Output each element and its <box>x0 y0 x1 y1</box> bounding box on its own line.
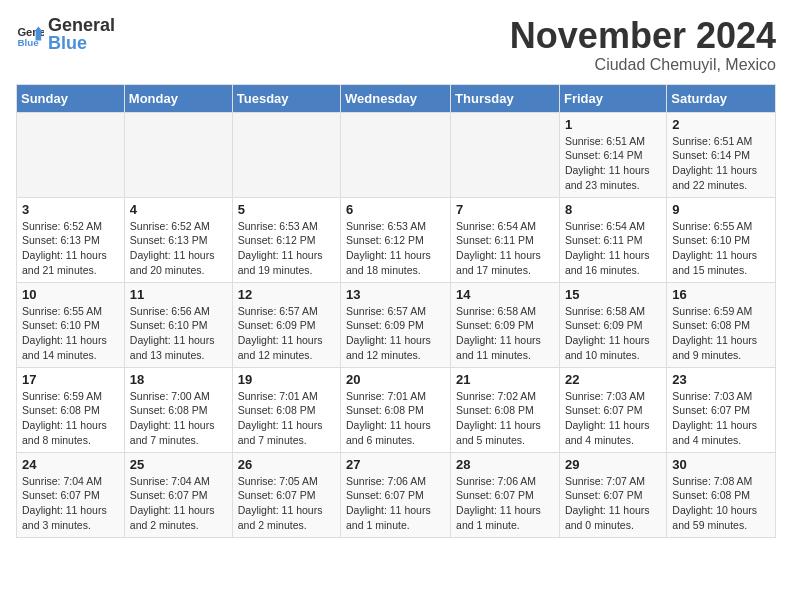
calendar-cell: 17Sunrise: 6:59 AM Sunset: 6:08 PM Dayli… <box>17 367 125 452</box>
calendar-cell: 2Sunrise: 6:51 AM Sunset: 6:14 PM Daylig… <box>667 112 776 197</box>
calendar-table: SundayMondayTuesdayWednesdayThursdayFrid… <box>16 84 776 538</box>
calendar-cell: 25Sunrise: 7:04 AM Sunset: 6:07 PM Dayli… <box>124 452 232 537</box>
day-detail: Sunrise: 6:52 AM Sunset: 6:13 PM Dayligh… <box>22 219 119 278</box>
calendar-cell: 6Sunrise: 6:53 AM Sunset: 6:12 PM Daylig… <box>341 197 451 282</box>
day-number: 22 <box>565 372 661 387</box>
calendar-cell: 13Sunrise: 6:57 AM Sunset: 6:09 PM Dayli… <box>341 282 451 367</box>
weekday-header-sunday: Sunday <box>17 84 125 112</box>
day-detail: Sunrise: 6:58 AM Sunset: 6:09 PM Dayligh… <box>456 304 554 363</box>
calendar-cell: 18Sunrise: 7:00 AM Sunset: 6:08 PM Dayli… <box>124 367 232 452</box>
title-area: November 2024 Ciudad Chemuyil, Mexico <box>510 16 776 74</box>
logo-text-blue: Blue <box>48 33 87 53</box>
day-number: 7 <box>456 202 554 217</box>
calendar-cell: 5Sunrise: 6:53 AM Sunset: 6:12 PM Daylig… <box>232 197 340 282</box>
month-title: November 2024 <box>510 16 776 56</box>
logo: General Blue General Blue <box>16 16 115 53</box>
calendar-cell: 28Sunrise: 7:06 AM Sunset: 6:07 PM Dayli… <box>451 452 560 537</box>
day-number: 18 <box>130 372 227 387</box>
day-detail: Sunrise: 7:08 AM Sunset: 6:08 PM Dayligh… <box>672 474 770 533</box>
day-number: 24 <box>22 457 119 472</box>
calendar-cell: 20Sunrise: 7:01 AM Sunset: 6:08 PM Dayli… <box>341 367 451 452</box>
calendar-cell <box>17 112 125 197</box>
day-detail: Sunrise: 6:57 AM Sunset: 6:09 PM Dayligh… <box>346 304 445 363</box>
day-number: 9 <box>672 202 770 217</box>
day-number: 20 <box>346 372 445 387</box>
day-detail: Sunrise: 7:04 AM Sunset: 6:07 PM Dayligh… <box>130 474 227 533</box>
day-number: 12 <box>238 287 335 302</box>
calendar-cell <box>341 112 451 197</box>
day-number: 10 <box>22 287 119 302</box>
day-detail: Sunrise: 6:55 AM Sunset: 6:10 PM Dayligh… <box>22 304 119 363</box>
calendar-cell: 10Sunrise: 6:55 AM Sunset: 6:10 PM Dayli… <box>17 282 125 367</box>
day-detail: Sunrise: 7:07 AM Sunset: 6:07 PM Dayligh… <box>565 474 661 533</box>
weekday-header-tuesday: Tuesday <box>232 84 340 112</box>
day-number: 21 <box>456 372 554 387</box>
day-number: 2 <box>672 117 770 132</box>
calendar-week-row: 10Sunrise: 6:55 AM Sunset: 6:10 PM Dayli… <box>17 282 776 367</box>
calendar-cell: 24Sunrise: 7:04 AM Sunset: 6:07 PM Dayli… <box>17 452 125 537</box>
day-detail: Sunrise: 6:59 AM Sunset: 6:08 PM Dayligh… <box>22 389 119 448</box>
logo-text-general: General <box>48 16 115 34</box>
day-detail: Sunrise: 6:56 AM Sunset: 6:10 PM Dayligh… <box>130 304 227 363</box>
day-number: 4 <box>130 202 227 217</box>
day-number: 23 <box>672 372 770 387</box>
calendar-cell: 9Sunrise: 6:55 AM Sunset: 6:10 PM Daylig… <box>667 197 776 282</box>
calendar-cell: 11Sunrise: 6:56 AM Sunset: 6:10 PM Dayli… <box>124 282 232 367</box>
weekday-header-thursday: Thursday <box>451 84 560 112</box>
calendar-cell: 29Sunrise: 7:07 AM Sunset: 6:07 PM Dayli… <box>559 452 666 537</box>
day-detail: Sunrise: 6:51 AM Sunset: 6:14 PM Dayligh… <box>672 134 770 193</box>
calendar-cell <box>124 112 232 197</box>
day-number: 5 <box>238 202 335 217</box>
calendar-cell: 23Sunrise: 7:03 AM Sunset: 6:07 PM Dayli… <box>667 367 776 452</box>
header: General Blue General Blue November 2024 … <box>16 16 776 74</box>
day-detail: Sunrise: 6:55 AM Sunset: 6:10 PM Dayligh… <box>672 219 770 278</box>
day-detail: Sunrise: 7:06 AM Sunset: 6:07 PM Dayligh… <box>346 474 445 533</box>
calendar-week-row: 17Sunrise: 6:59 AM Sunset: 6:08 PM Dayli… <box>17 367 776 452</box>
day-detail: Sunrise: 6:54 AM Sunset: 6:11 PM Dayligh… <box>456 219 554 278</box>
day-detail: Sunrise: 6:53 AM Sunset: 6:12 PM Dayligh… <box>238 219 335 278</box>
calendar-cell: 26Sunrise: 7:05 AM Sunset: 6:07 PM Dayli… <box>232 452 340 537</box>
day-detail: Sunrise: 6:54 AM Sunset: 6:11 PM Dayligh… <box>565 219 661 278</box>
day-number: 3 <box>22 202 119 217</box>
day-number: 30 <box>672 457 770 472</box>
calendar-cell: 15Sunrise: 6:58 AM Sunset: 6:09 PM Dayli… <box>559 282 666 367</box>
calendar-cell: 8Sunrise: 6:54 AM Sunset: 6:11 PM Daylig… <box>559 197 666 282</box>
calendar-cell: 21Sunrise: 7:02 AM Sunset: 6:08 PM Dayli… <box>451 367 560 452</box>
calendar-cell: 14Sunrise: 6:58 AM Sunset: 6:09 PM Dayli… <box>451 282 560 367</box>
day-number: 16 <box>672 287 770 302</box>
day-detail: Sunrise: 7:03 AM Sunset: 6:07 PM Dayligh… <box>565 389 661 448</box>
day-number: 13 <box>346 287 445 302</box>
day-number: 29 <box>565 457 661 472</box>
calendar-cell: 4Sunrise: 6:52 AM Sunset: 6:13 PM Daylig… <box>124 197 232 282</box>
calendar-cell: 30Sunrise: 7:08 AM Sunset: 6:08 PM Dayli… <box>667 452 776 537</box>
day-number: 19 <box>238 372 335 387</box>
calendar-cell: 27Sunrise: 7:06 AM Sunset: 6:07 PM Dayli… <box>341 452 451 537</box>
calendar-cell: 19Sunrise: 7:01 AM Sunset: 6:08 PM Dayli… <box>232 367 340 452</box>
calendar-cell: 22Sunrise: 7:03 AM Sunset: 6:07 PM Dayli… <box>559 367 666 452</box>
calendar-cell <box>232 112 340 197</box>
day-number: 28 <box>456 457 554 472</box>
calendar-week-row: 24Sunrise: 7:04 AM Sunset: 6:07 PM Dayli… <box>17 452 776 537</box>
weekday-header-monday: Monday <box>124 84 232 112</box>
calendar-cell: 3Sunrise: 6:52 AM Sunset: 6:13 PM Daylig… <box>17 197 125 282</box>
day-number: 27 <box>346 457 445 472</box>
day-detail: Sunrise: 7:05 AM Sunset: 6:07 PM Dayligh… <box>238 474 335 533</box>
day-detail: Sunrise: 7:06 AM Sunset: 6:07 PM Dayligh… <box>456 474 554 533</box>
day-detail: Sunrise: 7:01 AM Sunset: 6:08 PM Dayligh… <box>238 389 335 448</box>
day-detail: Sunrise: 7:00 AM Sunset: 6:08 PM Dayligh… <box>130 389 227 448</box>
weekday-header-friday: Friday <box>559 84 666 112</box>
calendar-cell <box>451 112 560 197</box>
day-detail: Sunrise: 7:03 AM Sunset: 6:07 PM Dayligh… <box>672 389 770 448</box>
day-detail: Sunrise: 7:04 AM Sunset: 6:07 PM Dayligh… <box>22 474 119 533</box>
day-number: 8 <box>565 202 661 217</box>
day-detail: Sunrise: 7:02 AM Sunset: 6:08 PM Dayligh… <box>456 389 554 448</box>
calendar-cell: 1Sunrise: 6:51 AM Sunset: 6:14 PM Daylig… <box>559 112 666 197</box>
calendar-week-row: 1Sunrise: 6:51 AM Sunset: 6:14 PM Daylig… <box>17 112 776 197</box>
day-number: 25 <box>130 457 227 472</box>
day-detail: Sunrise: 6:58 AM Sunset: 6:09 PM Dayligh… <box>565 304 661 363</box>
day-detail: Sunrise: 7:01 AM Sunset: 6:08 PM Dayligh… <box>346 389 445 448</box>
calendar-week-row: 3Sunrise: 6:52 AM Sunset: 6:13 PM Daylig… <box>17 197 776 282</box>
day-number: 15 <box>565 287 661 302</box>
day-number: 1 <box>565 117 661 132</box>
day-detail: Sunrise: 6:59 AM Sunset: 6:08 PM Dayligh… <box>672 304 770 363</box>
